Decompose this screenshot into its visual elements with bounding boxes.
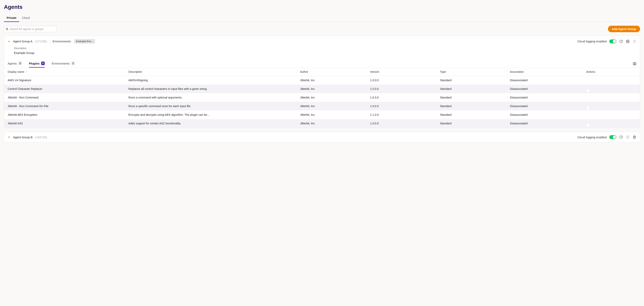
cell-type: Standard	[436, 110, 506, 119]
chevron-down-icon[interactable]	[8, 40, 10, 43]
cloud-logging-toggle[interactable]	[609, 135, 616, 139]
description-label: Description	[14, 47, 630, 50]
cell-association: Disassociated	[506, 102, 583, 110]
agent-group-header: Agent Group A (171230) Environments: Exa…	[4, 36, 640, 47]
cell-display-name: Control Character Replacer	[4, 85, 125, 93]
cell-actions	[583, 110, 640, 119]
col-version[interactable]: Version	[366, 68, 436, 76]
table-row: AWS V4 SignatureAWSV4SigningJitterbit, I…	[4, 76, 640, 85]
cell-version: 1.0.0.0	[366, 102, 436, 110]
cell-version: 1.0.0.0	[366, 85, 436, 93]
subtab-plugins[interactable]: Plugins 0	[29, 60, 45, 68]
cell-display-name: AWS V4 Signature	[4, 76, 125, 85]
cell-version: 1.0.0.0	[366, 119, 436, 128]
svg-rect-3	[633, 63, 636, 65]
cell-author: Jitterbit, Inc.	[296, 119, 366, 128]
svg-point-6	[627, 137, 628, 138]
cell-association: Disassociated	[506, 110, 583, 119]
col-description[interactable]: Description	[125, 68, 296, 76]
cell-author: Jitterbit, Inc.	[296, 102, 366, 110]
cell-association: Disassociated	[506, 76, 583, 85]
cell-description: Encrypts and decrypts using AES algorith…	[125, 110, 296, 119]
subtab-label: Plugins	[29, 62, 40, 65]
table-row: Jitterbit - Run Command On FileRuns a sp…	[4, 102, 640, 110]
cell-display-name: Jitterbit - Run Command On File	[4, 102, 125, 110]
add-agent-group-button[interactable]: Add Agent Group	[608, 26, 640, 32]
cell-display-name: Jitterbit - Run Command	[4, 93, 125, 102]
cell-actions	[583, 76, 640, 85]
cell-type: Standard	[436, 93, 506, 102]
svg-point-2	[627, 41, 628, 42]
cell-description: Runs a command with optional arguments.	[125, 93, 296, 102]
cell-actions	[583, 85, 640, 93]
cell-author: Jitterbit, Inc.	[296, 110, 366, 119]
agent-group-panel-a: Agent Group A (171230) Environments: Exa…	[4, 36, 640, 128]
col-actions: Actions	[583, 68, 640, 76]
trash-icon[interactable]	[632, 135, 636, 139]
agent-group-name: Agent Group A	[13, 40, 32, 43]
subtab-label: Environments	[52, 62, 70, 65]
col-display-name[interactable]: Display name ↑	[4, 68, 125, 76]
cell-association: Disassociated	[506, 85, 583, 93]
count-badge: 2	[18, 62, 22, 65]
cell-association: Disassociated	[506, 119, 583, 128]
cell-description: Runs a specific command once for each in…	[125, 102, 296, 110]
search-icon	[6, 28, 8, 31]
gear-icon[interactable]	[626, 40, 630, 43]
columns-icon[interactable]	[633, 62, 636, 66]
cloud-logging-label: Cloud logging enabled	[577, 40, 606, 43]
cell-association: Disassociated	[506, 93, 583, 102]
cell-description: AWSV4Signing	[125, 76, 296, 85]
cell-display-name: Jitterbit AS2	[4, 119, 125, 128]
toolbar: Add Agent Group	[4, 26, 640, 32]
svg-point-0	[6, 28, 8, 30]
cell-type: Standard	[436, 119, 506, 128]
environments-label: Environments:	[52, 40, 71, 43]
table-row: Jitterbit AS2Adds support for certain AS…	[4, 119, 640, 128]
cell-actions	[583, 93, 640, 102]
divider	[50, 39, 50, 44]
col-author[interactable]: Author	[296, 68, 366, 76]
col-association[interactable]: Association	[506, 68, 583, 76]
sort-asc-icon: ↑	[26, 70, 27, 73]
cell-actions	[583, 102, 640, 110]
agent-group-panel-b: Agent Group B (192720) Cloud logging ena…	[4, 132, 640, 142]
plugins-table: Display name ↑ Description Author Versio…	[4, 68, 640, 128]
cloud-logging-label: Cloud logging enabled	[577, 136, 606, 139]
cell-type: Standard	[436, 85, 506, 93]
subtabs: Agents 2 Plugins 0 Environments 1	[4, 60, 640, 68]
cloud-logging-toggle[interactable]	[609, 40, 616, 43]
cell-description: Replaces all control characters in input…	[125, 85, 296, 93]
svg-line-1	[8, 30, 8, 30]
chevron-right-icon[interactable]	[8, 136, 10, 138]
table-row: Jitterbit - Run CommandRuns a command wi…	[4, 93, 640, 102]
agent-group-header: Agent Group B (192720) Cloud logging ena…	[4, 132, 640, 142]
col-type[interactable]: Type	[436, 68, 506, 76]
agent-group-name: Agent Group B	[13, 136, 32, 139]
cell-version: 1.1.0.0	[366, 110, 436, 119]
cell-type: Standard	[436, 76, 506, 85]
tab-private[interactable]: Private	[4, 14, 19, 22]
count-badge: 1	[71, 62, 75, 65]
agent-group-id: (192720)	[35, 136, 47, 139]
tab-cloud[interactable]: Cloud	[19, 14, 32, 22]
table-header-row: Display name ↑ Description Author Versio…	[4, 68, 640, 76]
top-tabs: Private Cloud	[4, 14, 640, 22]
subtab-agents[interactable]: Agents 2	[8, 60, 22, 68]
cell-actions	[583, 119, 640, 128]
cell-version: 1.0.0.0	[366, 93, 436, 102]
search-box[interactable]	[4, 26, 56, 32]
group-description: Description Example Group	[4, 47, 640, 60]
refresh-icon[interactable]	[619, 135, 623, 139]
environment-chip[interactable]: Example Env...	[74, 39, 95, 44]
refresh-icon[interactable]	[619, 40, 623, 43]
page-title: Agents	[4, 4, 640, 10]
cell-type: Standard	[436, 102, 506, 110]
table-row: Control Character ReplacerReplaces all c…	[4, 85, 640, 93]
cell-author: Jitterbit, Inc.	[296, 85, 366, 93]
cell-description: Adds support for certain AS2 functionali…	[125, 119, 296, 128]
subtab-environments[interactable]: Environments 1	[52, 60, 75, 68]
gear-icon	[626, 135, 630, 139]
search-input[interactable]	[10, 28, 55, 31]
count-badge: 0	[41, 62, 45, 65]
